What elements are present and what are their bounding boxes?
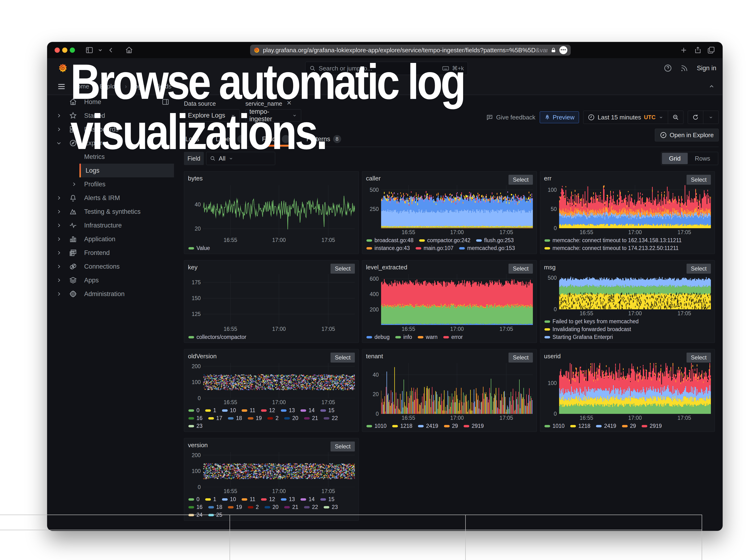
legend-item[interactable]: 13: [281, 496, 295, 503]
breadcrumb-item-logs[interactable]: Logs: [131, 83, 144, 90]
select-button[interactable]: Select: [686, 353, 711, 363]
legend-item[interactable]: 29: [444, 423, 458, 429]
legend-item[interactable]: 14: [301, 407, 315, 414]
tab-logs[interactable]: Logs: [184, 133, 201, 145]
legend-item[interactable]: memcache: connect timeout to 162.134.158…: [544, 237, 682, 243]
breadcrumb-item-home[interactable]: Home: [73, 83, 89, 90]
legend-item[interactable]: Failed to get keys from memcached: [544, 318, 638, 325]
sign-in-link[interactable]: Sign in: [697, 65, 716, 72]
give-feedback-link[interactable]: Give feedback: [486, 114, 535, 121]
chevron-right-icon[interactable]: [56, 113, 62, 119]
legend-item[interactable]: 19: [248, 415, 262, 421]
legend-item[interactable]: 2419: [418, 423, 438, 429]
legend-item[interactable]: debug: [367, 334, 390, 340]
breadcrumb-item-explore[interactable]: Explore: [100, 83, 121, 90]
dock-sidebar-icon[interactable]: [162, 98, 169, 106]
legend-item[interactable]: 10: [222, 496, 236, 503]
legend-item[interactable]: 2919: [464, 423, 484, 429]
zoom-out-button[interactable]: [668, 111, 683, 124]
chevron-right-icon[interactable]: [71, 181, 77, 187]
home-button[interactable]: [124, 45, 134, 55]
preview-button[interactable]: Preview: [540, 111, 579, 123]
page-settings-icon[interactable]: •••: [559, 46, 567, 54]
legend-item[interactable]: 13: [281, 407, 295, 414]
sidebar-item-testing-synthetics[interactable]: k6Testing & synthetics: [47, 205, 179, 218]
search-input[interactable]: Search or jump to... ⌘+k: [305, 62, 468, 75]
variable-select[interactable]: tempo-ingester: [246, 109, 301, 121]
sidebar-item-metrics[interactable]: Metrics: [47, 150, 179, 164]
back-button[interactable]: [107, 45, 116, 55]
chevron-right-icon[interactable]: [56, 195, 62, 201]
legend-item[interactable]: compactor.go:242: [419, 237, 470, 243]
select-button[interactable]: Select: [330, 442, 355, 451]
legend-item[interactable]: 15: [320, 407, 334, 414]
sidebar-item-alerts-irm[interactable]: Alerts & IRM: [47, 191, 179, 205]
legend-item[interactable]: 0: [188, 407, 200, 414]
legend-item[interactable]: broadcast.go:48: [367, 237, 414, 243]
open-in-explore-button[interactable]: Open in Explore: [655, 129, 719, 141]
collapse-icon[interactable]: [708, 83, 716, 90]
sidebar-item-explore[interactable]: Explore: [47, 136, 179, 150]
legend-item[interactable]: Invalidating forwarded broadcast: [544, 326, 631, 332]
legend-item[interactable]: 0: [188, 496, 200, 503]
legend-item[interactable]: instance.go:43: [367, 245, 410, 251]
tab-fields[interactable]: Fields: [260, 133, 291, 145]
legend-item[interactable]: 18: [208, 504, 223, 510]
legend-item[interactable]: 15: [320, 496, 334, 503]
legend-item[interactable]: 1010: [367, 423, 387, 429]
legend-item[interactable]: 10: [222, 407, 236, 414]
legend-item[interactable]: 29: [622, 423, 636, 429]
legend-item[interactable]: 18: [228, 415, 242, 421]
legend-item[interactable]: main.go:107: [416, 245, 454, 251]
time-range-picker[interactable]: Last 15 minutes UTC: [583, 111, 683, 124]
refresh-button[interactable]: [688, 111, 703, 124]
legend-item[interactable]: memcached.go:153: [459, 245, 515, 251]
sidebar-item-frontend[interactable]: Frontend: [47, 246, 179, 260]
legend-item[interactable]: memcache: connect timeout to 174.213.22.…: [544, 245, 679, 251]
sidebar-item-application[interactable]: Application: [47, 232, 179, 246]
variable-remove-icon[interactable]: ✕: [286, 99, 292, 107]
share-icon[interactable]: [693, 45, 703, 55]
legend-item[interactable]: 17: [208, 415, 223, 421]
legend-item[interactable]: 2919: [641, 423, 662, 429]
field-filter-select[interactable]: All: [206, 152, 275, 165]
legend-item[interactable]: warn: [418, 334, 438, 340]
legend-item[interactable]: 19: [228, 504, 242, 510]
legend-item[interactable]: flush.go:253: [476, 237, 514, 243]
legend-item[interactable]: 20: [284, 415, 298, 421]
legend-item[interactable]: 23: [188, 423, 203, 429]
legend-item[interactable]: 23: [324, 504, 338, 510]
select-button[interactable]: Select: [686, 175, 711, 185]
chevron-right-icon[interactable]: [56, 222, 62, 229]
legend-item[interactable]: info: [395, 334, 412, 340]
legend-item[interactable]: 21: [284, 504, 298, 510]
legend-item[interactable]: 2: [267, 415, 279, 421]
legend-item[interactable]: 1218: [392, 423, 412, 429]
legend-item[interactable]: 21: [304, 415, 318, 421]
chevron-right-icon[interactable]: [56, 209, 62, 215]
data-source-select[interactable]: Explore Logs: [184, 109, 240, 121]
legend-item[interactable]: 1: [205, 496, 216, 503]
refresh-interval-dropdown[interactable]: [703, 111, 719, 124]
sidebar-item-connections[interactable]: Connections: [47, 260, 179, 273]
select-button[interactable]: Select: [330, 353, 355, 363]
window-close-button[interactable]: [54, 48, 60, 53]
window-minimize-button[interactable]: [62, 48, 67, 53]
chevron-right-icon[interactable]: [56, 126, 62, 133]
select-button[interactable]: Select: [509, 264, 533, 274]
legend-item[interactable]: 14: [301, 496, 315, 503]
help-icon[interactable]: [663, 64, 672, 72]
legend-item[interactable]: 16: [188, 415, 203, 421]
legend-item[interactable]: 12: [261, 407, 275, 414]
chevron-right-icon[interactable]: [56, 263, 62, 270]
legend-item[interactable]: 22: [324, 415, 338, 421]
chevron-down-icon[interactable]: [56, 140, 62, 146]
sidebar-item-logs[interactable]: Logs: [79, 164, 174, 177]
sidebar-item-starred[interactable]: Starred: [47, 109, 179, 122]
legend-item[interactable]: collectors/compactor: [188, 334, 246, 340]
chevron-right-icon[interactable]: [56, 250, 62, 256]
sidebar-item-profiles[interactable]: Profiles: [47, 177, 179, 191]
sidebar-item-apps[interactable]: Apps: [47, 273, 179, 287]
legend-item[interactable]: error: [443, 334, 463, 340]
legend-item[interactable]: Value: [188, 245, 210, 251]
